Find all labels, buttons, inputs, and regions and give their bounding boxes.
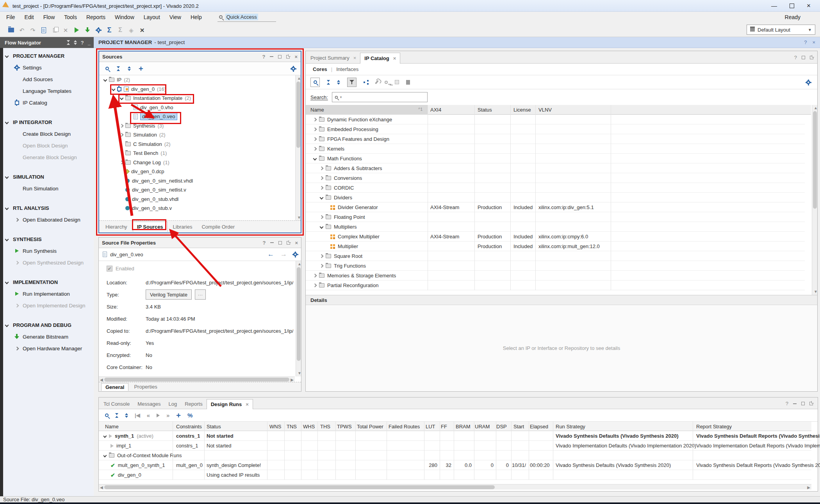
- catalog-row-embedded-processing[interactable]: Embedded Processing: [306, 124, 805, 134]
- redo-icon[interactable]: ↷: [28, 26, 37, 34]
- nav-section-header-project-manager[interactable]: PROJECT MANAGER: [3, 50, 94, 62]
- help-icon[interactable]: ?: [804, 39, 807, 45]
- quick-access-box[interactable]: Quick Access: [217, 12, 276, 22]
- nav-section-header-implementation[interactable]: IMPLEMENTATION: [3, 276, 94, 288]
- catalog-row-dynamic-function-exchange[interactable]: Dynamic Function eXchange: [306, 115, 805, 124]
- menu-reports[interactable]: Reports: [82, 12, 110, 23]
- catalog-row-multipliers[interactable]: Multipliers: [306, 222, 805, 232]
- column-header-whs[interactable]: WHS: [303, 422, 315, 431]
- nav-item-settings[interactable]: Settings: [3, 62, 94, 73]
- cursor-cancel-icon[interactable]: ✕: [137, 26, 147, 34]
- nav-item-create-block-design[interactable]: Create Block Design: [3, 128, 94, 140]
- column-header-status[interactable]: Status: [207, 422, 221, 431]
- maximize-panel-icon[interactable]: [801, 402, 805, 405]
- collapse-all-icon[interactable]: [67, 40, 70, 45]
- menu-help[interactable]: Help: [186, 12, 207, 23]
- nav-item-run-synthesis[interactable]: Run Synthesis: [3, 245, 94, 257]
- catalog-row-fpga-features-and-design[interactable]: FPGA Features and Design: [306, 134, 805, 144]
- expand-all-icon[interactable]: [74, 40, 77, 45]
- menu-window[interactable]: Window: [110, 12, 139, 23]
- nav-item-run-simulation[interactable]: Run Simulation: [3, 183, 94, 194]
- column-header-vlnv[interactable]: VLNV: [538, 105, 552, 115]
- properties-vscrollbar[interactable]: ▲ ▼: [296, 261, 301, 376]
- window-close-button[interactable]: ×: [807, 2, 811, 10]
- column-header-report-strategy[interactable]: Report Strategy: [696, 422, 732, 431]
- catalog-row-multiplier[interactable]: MultiplierProductionIncludedxilinx.com:i…: [306, 241, 805, 251]
- maximize-panel-icon[interactable]: [278, 55, 282, 59]
- column-header-ths[interactable]: THS: [320, 422, 330, 431]
- layout-selector[interactable]: Default Layout ▼: [747, 25, 815, 35]
- catalog-row-square-root[interactable]: Square Root: [306, 251, 805, 261]
- tab-messages[interactable]: Messages: [134, 399, 164, 409]
- menu-flow[interactable]: Flow: [39, 12, 60, 23]
- nav-item-open-hardware-manager[interactable]: Open Hardware Manager: [3, 343, 94, 354]
- tree-item-c-simulation[interactable]: C Simulation(2): [99, 140, 294, 149]
- help-icon[interactable]: ?: [81, 40, 84, 46]
- menu-layout[interactable]: Layout: [139, 12, 165, 23]
- sources-scrollbar[interactable]: ▲ ▼: [295, 75, 301, 221]
- tab-ip-sources[interactable]: IP Sources: [133, 222, 168, 232]
- tab-libraries[interactable]: Libraries: [169, 222, 196, 232]
- column-header-constraints[interactable]: Constraints: [176, 422, 202, 431]
- minimize-panel-icon[interactable]: _: [88, 40, 91, 46]
- column-header-failed-routes[interactable]: Failed Routes: [389, 422, 420, 431]
- menu-view[interactable]: View: [165, 12, 186, 23]
- catalog-row-cordic[interactable]: CORDIC: [306, 183, 805, 193]
- catalog-row-adders-subtracters[interactable]: Adders & Subtracters: [306, 163, 805, 173]
- open-folder-icon[interactable]: [6, 26, 16, 34]
- float-panel-icon[interactable]: [809, 402, 813, 405]
- expand-all-icon[interactable]: [337, 80, 340, 85]
- report-sum-icon[interactable]: Σ: [105, 26, 114, 34]
- gear-icon[interactable]: [806, 80, 810, 84]
- close-icon[interactable]: ×: [353, 55, 357, 61]
- subtab-interfaces[interactable]: Interfaces: [336, 66, 358, 72]
- column-header-ff[interactable]: FF: [441, 422, 447, 431]
- minimize-panel-icon[interactable]: [270, 242, 274, 243]
- tab-ip-catalog[interactable]: IP Catalog×: [360, 53, 400, 64]
- maximize-panel-icon[interactable]: [278, 241, 282, 245]
- properties-hscrollbar[interactable]: ◀ ▶: [99, 376, 295, 382]
- column-header-name[interactable]: Name: [306, 105, 428, 115]
- menu-file[interactable]: File: [2, 12, 20, 23]
- minimize-panel-icon[interactable]: [793, 403, 797, 404]
- tab-general[interactable]: General: [101, 383, 128, 391]
- catalog-scrollbar[interactable]: ▲ ▼: [812, 105, 817, 295]
- tab-hierarchy[interactable]: Hierarchy: [102, 222, 131, 232]
- column-header-name[interactable]: Name: [105, 422, 119, 431]
- run-row-div-gen-0[interactable]: ✔div_gen_0Using cached IP results: [99, 470, 811, 480]
- column-header-license[interactable]: License: [513, 105, 531, 115]
- tab-log[interactable]: Log: [164, 399, 181, 409]
- float-panel-icon[interactable]: [810, 56, 813, 59]
- ellipsis-button[interactable]: ···: [195, 289, 206, 300]
- column-header-dsp[interactable]: DSP: [496, 422, 507, 431]
- close-icon[interactable]: ×: [246, 401, 249, 407]
- tree-item-div-gen-0-sim-netlist-v[interactable]: div_gen_0_sim_netlist.v: [99, 185, 294, 195]
- nav-item-ip-catalog[interactable]: IP Catalog: [3, 97, 94, 108]
- tab-design-runs[interactable]: Design Runs×: [207, 399, 253, 409]
- run-row-out-of-context-module-runs[interactable]: Out-of-Context Module Runs: [99, 451, 811, 460]
- nav-section-header-rtl-analysis[interactable]: RTL ANALYSIS: [3, 202, 94, 214]
- help-icon[interactable]: ?: [786, 401, 788, 406]
- column-header-lut[interactable]: LUT: [426, 422, 435, 431]
- gear-icon[interactable]: [291, 67, 295, 71]
- catalog-row-math-functions[interactable]: Math Functions: [306, 154, 805, 163]
- close-icon[interactable]: ×: [812, 39, 815, 45]
- tree-item-div-gen-0-vho[interactable]: div_gen_0.vho: [99, 103, 294, 112]
- maximize-panel-icon[interactable]: [802, 56, 805, 59]
- nav-item-run-implementation[interactable]: Run Implementation: [3, 288, 94, 300]
- search-icon[interactable]: [105, 413, 109, 417]
- column-header-axi4[interactable]: AXI4: [430, 105, 441, 115]
- column-header-elapsed[interactable]: Elapsed: [530, 422, 548, 431]
- tree-item-simulation[interactable]: Simulation(2): [99, 130, 294, 140]
- column-header-uram[interactable]: URAM: [475, 422, 490, 431]
- create-run-icon[interactable]: +: [176, 412, 181, 419]
- add-sources-icon[interactable]: +: [139, 65, 143, 73]
- menu-edit[interactable]: Edit: [20, 12, 39, 23]
- nav-item-open-elaborated-design[interactable]: Open Elaborated Design: [3, 214, 94, 225]
- float-panel-icon[interactable]: [286, 55, 290, 59]
- menu-tools[interactable]: Tools: [59, 12, 82, 23]
- expand-all-icon[interactable]: [125, 413, 128, 418]
- window-minimize-button[interactable]: —: [771, 2, 777, 9]
- close-icon[interactable]: ×: [294, 54, 298, 60]
- subtab-cores[interactable]: Cores: [313, 66, 327, 72]
